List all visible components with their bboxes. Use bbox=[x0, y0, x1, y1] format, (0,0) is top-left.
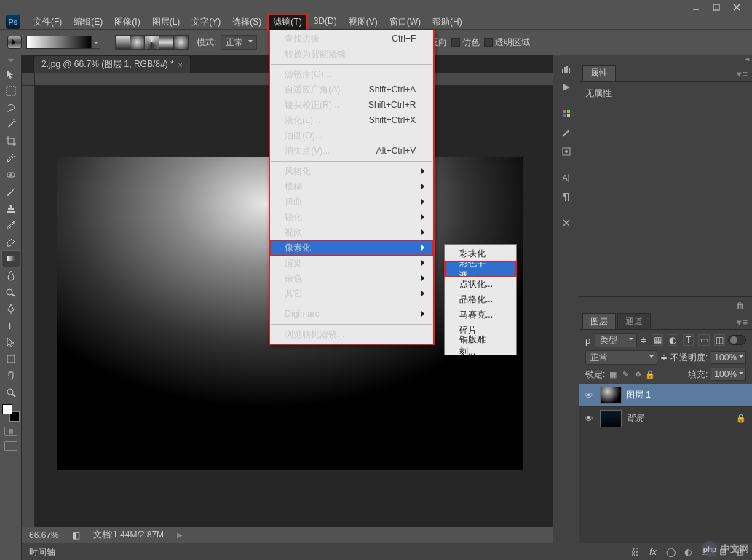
menu-item[interactable]: 视频 bbox=[270, 225, 433, 240]
hand-tool[interactable] bbox=[2, 368, 20, 384]
new-layer-icon[interactable]: ⊞ bbox=[717, 546, 729, 558]
panel-collapse[interactable] bbox=[579, 55, 752, 66]
menu-编辑[interactable]: 编辑(E) bbox=[68, 14, 108, 31]
layer-row[interactable]: 👁背景🔒 bbox=[579, 407, 752, 430]
layer-group-icon[interactable]: 🗀 bbox=[700, 546, 711, 558]
layer-row[interactable]: 👁图层 1 bbox=[579, 384, 752, 407]
menu-item[interactable]: 模糊 bbox=[270, 179, 433, 194]
menu-item[interactable]: 查找边缘Ctrl+F bbox=[270, 31, 433, 47]
shape-tool[interactable] bbox=[2, 351, 20, 367]
status-icon[interactable]: ◧ bbox=[72, 530, 80, 540]
pen-tool[interactable] bbox=[2, 301, 20, 317]
menu-item[interactable]: 像素化 bbox=[270, 240, 433, 256]
layer-thumbnail[interactable] bbox=[600, 410, 622, 427]
menu-视图[interactable]: 视图(V) bbox=[343, 14, 384, 31]
menu-item[interactable]: 杂色 bbox=[270, 271, 433, 286]
menu-item[interactable]: 锐化 bbox=[270, 210, 433, 225]
zoom-tool[interactable] bbox=[2, 384, 20, 401]
blur-tool[interactable] bbox=[2, 267, 20, 283]
menu-滤镜[interactable]: 滤镜(T)查找边缘Ctrl+F转换为智能滤镜滤镜库(G)...自适应广角(A).… bbox=[267, 14, 307, 31]
dock-swatches-icon[interactable] bbox=[557, 105, 576, 122]
type-tool[interactable]: T bbox=[2, 318, 20, 334]
menu-选择[interactable]: 选择(S) bbox=[226, 14, 267, 31]
delete-layer-icon[interactable]: 🗑 bbox=[735, 546, 746, 558]
submenu-item[interactable]: 铜版雕刻... bbox=[445, 338, 516, 353]
menu-item[interactable]: 转换为智能滤镜 bbox=[270, 47, 433, 62]
menu-item[interactable]: 风格化 bbox=[270, 164, 433, 179]
gradient-linear[interactable] bbox=[116, 36, 130, 49]
dock-navigator-icon[interactable] bbox=[557, 79, 576, 96]
marquee-tool[interactable] bbox=[2, 83, 20, 99]
menu-item[interactable]: 自适应广角(A)...Shift+Ctrl+A bbox=[270, 82, 433, 98]
visibility-eye-icon[interactable]: 👁 bbox=[582, 389, 595, 402]
dock-character-icon[interactable]: A bbox=[557, 169, 576, 186]
panel-menu-icon[interactable]: ▾≡ bbox=[732, 315, 752, 329]
menu-item[interactable]: 其它 bbox=[270, 286, 433, 301]
dock-styles-icon[interactable] bbox=[557, 143, 576, 160]
document-tab[interactable]: 2.jpg @ 66.7% (图层 1, RGB/8#) * × bbox=[33, 55, 191, 73]
app-logo[interactable]: Ps bbox=[6, 15, 20, 29]
menu-图层[interactable]: 图层(L) bbox=[146, 14, 186, 31]
gradient-picker-dropdown[interactable] bbox=[92, 36, 100, 49]
filter-type-icon[interactable]: T bbox=[683, 334, 694, 346]
tab-layers[interactable]: 图层 bbox=[582, 313, 616, 329]
document-tab-close[interactable]: × bbox=[178, 60, 183, 69]
mode-select[interactable]: 正常 bbox=[221, 35, 257, 50]
gradient-preview[interactable] bbox=[26, 36, 92, 49]
layer-thumbnail[interactable] bbox=[600, 387, 622, 404]
menu-3d[interactable]: 3D(D) bbox=[308, 14, 343, 31]
gradient-diamond[interactable] bbox=[174, 36, 189, 49]
dock-histogram-icon[interactable] bbox=[557, 60, 576, 77]
magic-wand-tool[interactable] bbox=[2, 117, 20, 133]
minimize-button[interactable] bbox=[686, 2, 705, 12]
gradient-tool[interactable] bbox=[2, 251, 20, 267]
history-brush-tool[interactable] bbox=[2, 217, 20, 233]
filter-pixel-icon[interactable]: ▦ bbox=[652, 334, 662, 346]
menu-文字[interactable]: 文字(Y) bbox=[186, 14, 226, 31]
eyedropper-tool[interactable] bbox=[2, 150, 20, 166]
visibility-eye-icon[interactable]: 👁 bbox=[582, 412, 595, 425]
menu-item[interactable]: Digimarc bbox=[270, 307, 433, 322]
layer-fx-icon[interactable]: fx bbox=[647, 546, 659, 558]
transparency-checkbox[interactable]: 透明区域 bbox=[484, 36, 530, 49]
timeline-tab[interactable]: 时间轴 bbox=[29, 547, 55, 557]
dock-paragraph-icon[interactable] bbox=[557, 188, 576, 205]
menu-item[interactable]: 油画(O)... bbox=[270, 128, 433, 143]
path-selection-tool[interactable] bbox=[2, 334, 20, 350]
filter-shape-icon[interactable]: ▭ bbox=[698, 334, 709, 346]
menu-item[interactable]: 浏览联机滤镜... bbox=[270, 327, 433, 342]
tool-preset-picker[interactable] bbox=[7, 36, 22, 49]
menu-item[interactable]: 滤镜库(G)... bbox=[270, 67, 433, 82]
close-button[interactable] bbox=[727, 2, 746, 12]
crop-tool[interactable] bbox=[2, 133, 20, 149]
tab-properties[interactable]: 属性 bbox=[582, 65, 616, 81]
menu-item[interactable]: 液化(L)...Shift+Ctrl+X bbox=[270, 113, 433, 128]
healing-tool[interactable] bbox=[2, 167, 20, 183]
quick-mask-toggle[interactable] bbox=[4, 427, 17, 436]
trash-icon[interactable]: 🗑 bbox=[735, 300, 746, 312]
zoom-level[interactable]: 66.67% bbox=[29, 530, 59, 540]
menu-窗口[interactable]: 窗口(W) bbox=[384, 14, 427, 31]
menu-帮助[interactable]: 帮助(H) bbox=[427, 14, 468, 31]
filter-adjust-icon[interactable]: ◐ bbox=[668, 334, 678, 346]
toolbox-expand[interactable] bbox=[0, 58, 21, 66]
dodge-tool[interactable] bbox=[2, 284, 20, 300]
dock-brush-icon[interactable] bbox=[557, 124, 576, 141]
menu-图像[interactable]: 图像(I) bbox=[108, 14, 146, 31]
timeline-panel[interactable]: 时间轴 bbox=[22, 543, 553, 560]
maximize-button[interactable] bbox=[707, 2, 726, 12]
link-layers-icon[interactable]: ⛓ bbox=[630, 546, 641, 558]
lock-transparency-icon[interactable]: ▦ bbox=[608, 369, 618, 379]
brush-tool[interactable] bbox=[2, 184, 20, 200]
submenu-item[interactable]: 点状化... bbox=[445, 277, 516, 292]
tab-channels[interactable]: 通道 bbox=[617, 313, 651, 329]
fill-input[interactable]: 100% bbox=[711, 368, 746, 381]
color-swatches[interactable] bbox=[2, 404, 20, 422]
submenu-item[interactable]: 马赛克... bbox=[445, 307, 516, 323]
panel-menu-icon[interactable]: ▾≡ bbox=[732, 67, 752, 81]
dock-actions-icon[interactable] bbox=[557, 214, 576, 232]
menu-item[interactable]: 消失点(V)...Alt+Ctrl+V bbox=[270, 143, 433, 159]
filter-smart-icon[interactable]: ◫ bbox=[714, 334, 725, 346]
menu-item[interactable]: 渲染 bbox=[270, 256, 433, 271]
eraser-tool[interactable] bbox=[2, 234, 20, 250]
